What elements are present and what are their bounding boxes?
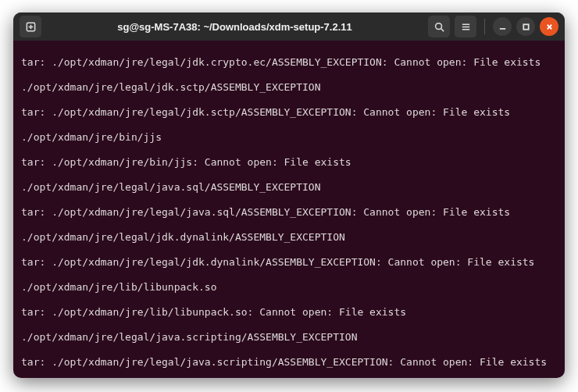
- new-tab-icon: [25, 21, 37, 33]
- hamburger-menu-button[interactable]: [455, 16, 476, 37]
- terminal-line: tar: ./opt/xdman/jre/legal/jdk.dynalink/…: [21, 256, 558, 269]
- minimize-icon: [498, 23, 507, 31]
- terminal-line: ./opt/xdman/jre/legal/jdk.dynalink/ASSEM…: [21, 231, 558, 244]
- svg-rect-2: [523, 24, 528, 29]
- terminal-line: ./opt/xdman/jre/legal/java.sql/ASSEMBLY_…: [21, 181, 558, 194]
- search-button[interactable]: [428, 16, 450, 37]
- close-icon: [545, 23, 554, 31]
- new-tab-button[interactable]: [20, 16, 41, 37]
- terminal-line: tar: ./opt/xdman/jre/legal/java.sql/ASSE…: [21, 206, 558, 219]
- terminal-line: tar: ./opt/xdman/jre/bin/jjs: Cannot ope…: [21, 156, 558, 169]
- terminal-line: tar: ./opt/xdman/jre/legal/jdk.sctp/ASSE…: [21, 106, 558, 119]
- maximize-icon: [522, 23, 530, 31]
- terminal-line: tar: ./opt/xdman/jre/legal/java.scriptin…: [21, 356, 558, 369]
- terminal-line: tar: ./opt/xdman/jre/legal/jdk.crypto.ec…: [21, 56, 558, 69]
- terminal-window: sg@sg-MS-7A38: ~/Downloads/xdm-setup-7.2…: [13, 12, 565, 378]
- hamburger-icon: [460, 21, 472, 33]
- terminal-line: tar: ./opt/xdman/jre/lib/libunpack.so: C…: [21, 306, 558, 319]
- close-button[interactable]: [540, 17, 558, 36]
- maximize-button[interactable]: [516, 17, 535, 36]
- window-title: sg@sg-MS-7A38: ~/Downloads/xdm-setup-7.2…: [41, 21, 428, 33]
- terminal-line: ./opt/xdman/jre/bin/jjs: [21, 131, 558, 144]
- svg-point-1: [435, 23, 441, 29]
- terminal-body[interactable]: tar: ./opt/xdman/jre/legal/jdk.crypto.ec…: [13, 41, 565, 378]
- titlebar: sg@sg-MS-7A38: ~/Downloads/xdm-setup-7.2…: [13, 12, 565, 41]
- terminal-line: ./opt/xdman/jre/legal/java.scripting/ASS…: [21, 331, 558, 344]
- titlebar-separator: [484, 19, 485, 34]
- search-icon: [434, 21, 445, 33]
- minimize-button[interactable]: [493, 17, 512, 36]
- terminal-line: ./opt/xdman/jre/lib/libunpack.so: [21, 281, 558, 294]
- terminal-line: ./opt/xdman/jre/legal/jdk.sctp/ASSEMBLY_…: [21, 81, 558, 94]
